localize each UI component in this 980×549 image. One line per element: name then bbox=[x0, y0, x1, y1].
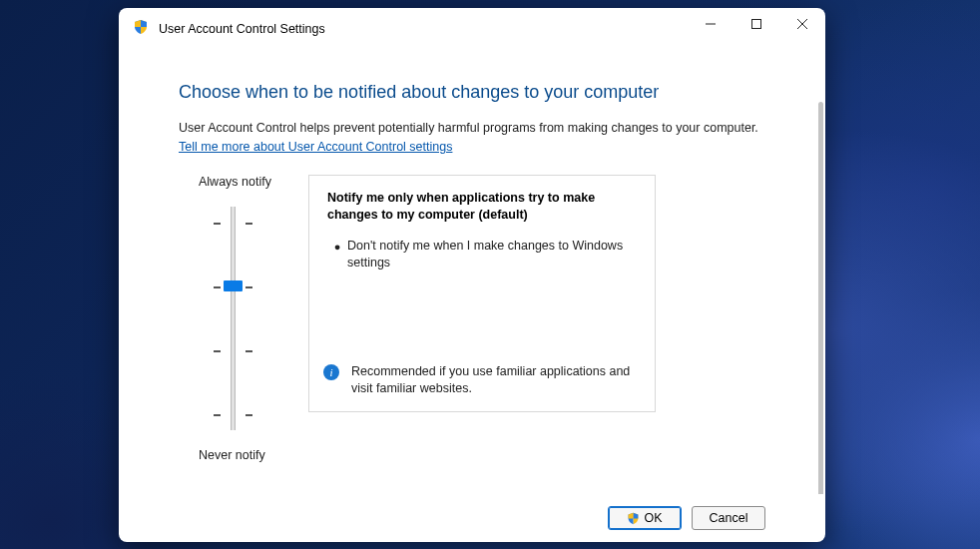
slider-tick bbox=[214, 223, 221, 225]
window-title: User Account Control Settings bbox=[159, 22, 325, 36]
shield-icon bbox=[133, 19, 149, 39]
slider-rail bbox=[231, 207, 236, 430]
slider-label-bottom: Never notify bbox=[199, 448, 308, 462]
slider-tick bbox=[245, 223, 252, 225]
svg-rect-1 bbox=[752, 20, 761, 29]
slider-tick bbox=[245, 286, 252, 288]
ok-button-label: OK bbox=[644, 511, 662, 525]
slider-label-top: Always notify bbox=[199, 175, 308, 189]
notification-slider[interactable] bbox=[199, 199, 308, 438]
scrollbar[interactable] bbox=[818, 102, 823, 494]
learn-more-link[interactable]: Tell me more about User Account Control … bbox=[179, 140, 452, 154]
cancel-button-label: Cancel bbox=[710, 511, 748, 525]
close-button[interactable] bbox=[779, 8, 825, 40]
shield-icon bbox=[627, 512, 640, 525]
slider-tick bbox=[214, 414, 221, 416]
window-controls bbox=[688, 8, 825, 50]
slider-thumb[interactable] bbox=[224, 280, 243, 291]
setting-bullet: Don't notify me when I make changes to W… bbox=[347, 238, 639, 272]
ok-button[interactable]: OK bbox=[608, 506, 682, 530]
scrollbar-thumb[interactable] bbox=[818, 102, 823, 494]
page-heading: Choose when to be notified about changes… bbox=[179, 82, 785, 103]
button-bar: OK Cancel bbox=[119, 494, 825, 542]
setting-title: Notify me only when applications try to … bbox=[327, 190, 639, 224]
slider-tick bbox=[214, 350, 221, 352]
page-description: User Account Control helps prevent poten… bbox=[179, 121, 785, 135]
setting-detail-panel: Notify me only when applications try to … bbox=[308, 175, 656, 412]
recommend-text: Recommended if you use familiar applicat… bbox=[351, 363, 639, 397]
bullet-icon: ● bbox=[327, 238, 347, 272]
info-icon: i bbox=[323, 364, 339, 380]
slider-tick bbox=[245, 414, 252, 416]
maximize-button[interactable] bbox=[734, 8, 779, 40]
slider-tick bbox=[214, 286, 221, 288]
uac-settings-window: User Account Control Settings Choose whe… bbox=[119, 8, 825, 542]
slider-tick bbox=[245, 350, 252, 352]
cancel-button[interactable]: Cancel bbox=[692, 506, 765, 530]
minimize-button[interactable] bbox=[688, 8, 734, 40]
content-area: Choose when to be notified about changes… bbox=[119, 50, 825, 494]
titlebar[interactable]: User Account Control Settings bbox=[119, 8, 825, 50]
desktop-background: User Account Control Settings Choose whe… bbox=[0, 0, 980, 549]
